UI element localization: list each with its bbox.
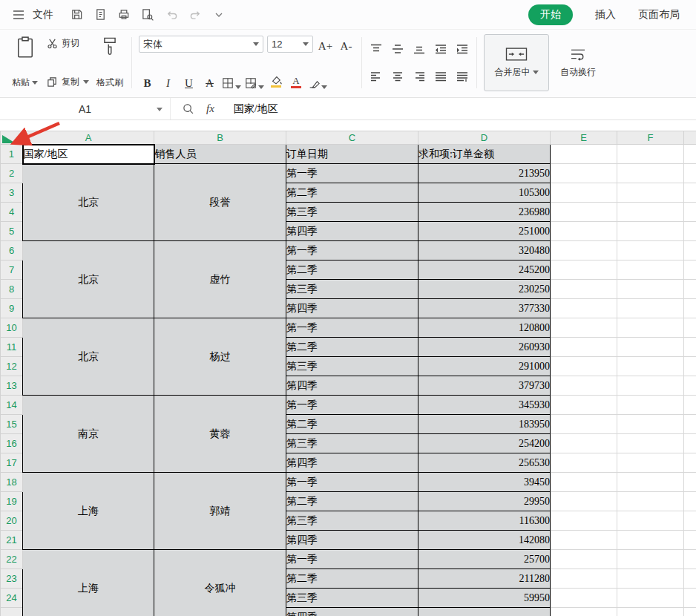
copy-button[interactable]: 复制 [47,76,89,88]
row-header-9[interactable]: 9 [1,299,23,318]
distributed-align-button[interactable] [455,71,470,82]
cell-empty[interactable] [684,569,696,589]
tab-home[interactable]: 开始 [528,4,573,25]
cell-empty[interactable] [684,261,696,280]
cell-quarter[interactable]: 第三季 [286,434,418,453]
cell-empty[interactable] [684,415,696,434]
align-right-button[interactable] [412,71,427,82]
cell-empty[interactable] [617,608,684,616]
row-header-4[interactable]: 4 [1,203,23,222]
row-header-1[interactable]: 1 [1,145,23,164]
row-header-21[interactable]: 21 [1,531,23,550]
cell-empty[interactable] [617,280,684,299]
row-header-18[interactable]: 18 [1,473,23,492]
column-header-overflow[interactable] [684,131,696,145]
print-icon[interactable] [113,5,135,24]
draw-border-button[interactable] [245,73,264,90]
cell-empty[interactable] [617,299,684,318]
cell-region[interactable]: 南京 [23,396,154,473]
cell-amount[interactable]: 183950 [418,415,551,434]
cell-person[interactable]: 黄蓉 [154,396,286,473]
cell-quarter[interactable]: 第四季 [286,608,418,616]
column-header-B[interactable]: B [154,131,286,145]
row-header-24[interactable]: 24 [1,589,23,608]
row-header-3[interactable]: 3 [1,183,23,203]
cell-empty[interactable] [684,145,696,164]
cell-amount[interactable]: 260930 [418,338,551,357]
export-icon[interactable] [89,5,111,24]
cell-empty[interactable] [551,492,617,511]
save-icon[interactable] [65,5,88,24]
cell-empty[interactable] [684,280,696,299]
align-left-button[interactable] [369,71,384,82]
undo-icon[interactable] [160,5,183,24]
row-header-12[interactable]: 12 [1,357,23,376]
cell-amount[interactable]: 105300 [418,183,551,203]
cell-empty[interactable] [617,569,684,589]
cell-quarter[interactable]: 第二季 [286,415,418,434]
cell-empty[interactable] [551,589,617,608]
row-header-23[interactable]: 23 [1,569,23,589]
cell-quarter[interactable]: 第一季 [286,318,418,338]
cell-quarter[interactable]: 第一季 [286,396,418,415]
align-bottom-button[interactable] [412,43,427,55]
cell-empty[interactable] [551,473,617,492]
row-header-16[interactable]: 16 [1,434,23,453]
merge-center-button[interactable]: 合并居中 [484,34,549,91]
cell-empty[interactable] [684,222,696,241]
cell-amount[interactable]: 236980 [418,203,551,222]
align-center-button[interactable] [390,71,405,82]
font-size-select[interactable]: 12 [267,36,313,53]
cell-person[interactable]: 郭靖 [154,473,286,550]
cell-header[interactable]: 求和项:订单金额 [418,145,551,164]
select-all-corner[interactable] [1,131,23,145]
cell-amount[interactable]: 291000 [418,357,551,376]
cell-region[interactable]: 北京 [23,164,154,241]
column-header-E[interactable]: E [551,131,617,145]
cell-quarter[interactable]: 第四季 [286,222,418,241]
row-header-19[interactable]: 19 [1,492,23,511]
paste-button[interactable]: 粘贴 [9,34,41,91]
cell-empty[interactable] [617,338,684,357]
cell-empty[interactable] [551,318,617,338]
cell-empty[interactable] [551,338,617,357]
cell-empty[interactable] [617,473,684,492]
cell-empty[interactable] [684,376,696,396]
cell-header[interactable]: 订单日期 [286,145,418,164]
cell-empty[interactable] [617,164,684,183]
cell-A1-active[interactable]: 国家/地区 [23,145,154,164]
cell-empty[interactable] [551,261,617,280]
decrease-font-button[interactable]: A- [338,36,355,53]
cell-empty[interactable] [617,511,684,531]
cell-empty[interactable] [551,183,617,203]
cell-person[interactable]: 杨过 [154,318,286,396]
cell-person[interactable]: 虚竹 [154,241,286,318]
row-header-6[interactable]: 6 [1,241,23,261]
cell-empty[interactable] [684,550,696,569]
cell-amount[interactable]: 142080 [418,531,551,550]
cell-person[interactable]: 令狐冲 [154,550,286,616]
cell-quarter[interactable]: 第二季 [286,183,418,203]
borders-button[interactable] [222,73,241,90]
cell-empty[interactable] [551,453,617,473]
row-header-15[interactable]: 15 [1,415,23,434]
redo-icon[interactable] [184,5,206,24]
cell-empty[interactable] [617,453,684,473]
cell-empty[interactable] [684,531,696,550]
fill-color-button[interactable] [268,76,284,88]
cell-amount[interactable]: 59950 [418,589,551,608]
cell-empty[interactable] [551,434,617,453]
cell-amount[interactable]: 211280 [418,569,551,589]
cell-amount[interactable]: 39450 [418,473,551,492]
formula-bar-value[interactable]: 国家/地区 [226,102,278,116]
cell-empty[interactable] [551,280,617,299]
tab-insert[interactable]: 插入 [595,8,616,22]
cell-empty[interactable] [684,318,696,338]
cell-quarter[interactable]: 第三季 [286,357,418,376]
cell-empty[interactable] [551,396,617,415]
cut-button[interactable]: 剪切 [47,37,89,50]
cell-empty[interactable] [684,473,696,492]
cell-empty[interactable] [551,608,617,616]
cell-empty[interactable] [684,164,696,183]
underline-button[interactable]: U [180,73,197,90]
